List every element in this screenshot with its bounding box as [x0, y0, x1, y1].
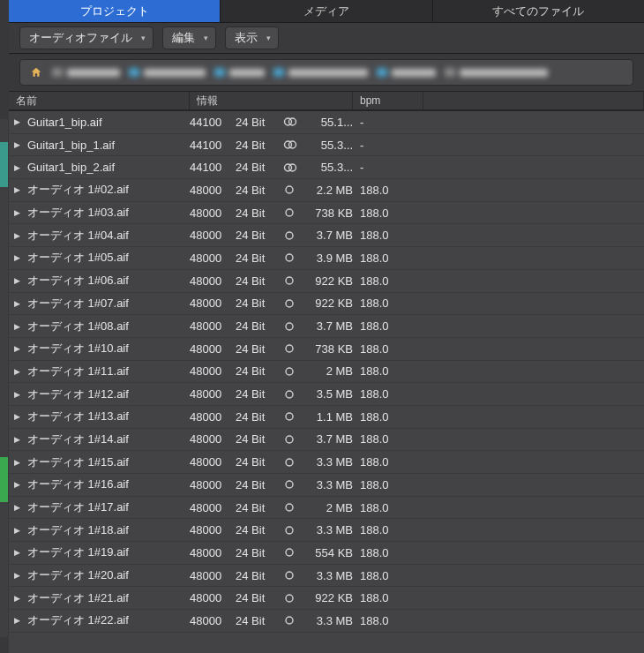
file-bpm: 188.0: [353, 342, 423, 356]
svg-point-5: [289, 164, 296, 171]
svg-point-3: [289, 141, 296, 148]
disclosure-icon[interactable]: ▶: [14, 594, 20, 603]
svg-point-12: [286, 323, 293, 330]
sample-rate: 48000: [190, 546, 230, 559]
file-row[interactable]: ▶オーディオ 1#21.aif4800024 Bit922 KB188.0: [9, 587, 644, 610]
file-info: 4410024 Bit55.3...: [190, 139, 353, 152]
disclosure-icon[interactable]: ▶: [14, 299, 20, 308]
disclosure-icon[interactable]: ▶: [14, 367, 20, 376]
channel-icon: [283, 207, 299, 218]
svg-point-19: [286, 481, 293, 488]
file-row[interactable]: ▶Guitar1_bip.aif4410024 Bit55.1...-: [9, 111, 644, 134]
edit-dropdown[interactable]: 編集 ▾: [162, 26, 216, 49]
file-bpm: 188.0: [353, 387, 423, 401]
file-name: オーディオ 1#16.aif: [27, 477, 129, 492]
file-bpm: 188.0: [353, 410, 423, 424]
file-row[interactable]: ▶オーディオ 1#11.aif4800024 Bit2 MB188.0: [9, 361, 644, 384]
path-crumb[interactable]: [129, 68, 206, 77]
file-row[interactable]: ▶オーディオ 1#06.aif4800024 Bit922 KB188.0: [9, 270, 644, 293]
file-row[interactable]: ▶オーディオ 1#22.aif4800024 Bit3.3 MB188.0: [9, 610, 644, 633]
file-name: オーディオ 1#07.aif: [27, 296, 129, 311]
home-icon[interactable]: [29, 65, 43, 79]
disclosure-icon[interactable]: ▶: [14, 480, 20, 489]
path-crumb[interactable]: [52, 68, 120, 77]
bit-depth: 24 Bit: [236, 342, 278, 356]
tab-project[interactable]: プロジェクト: [9, 0, 221, 22]
header-bpm[interactable]: bpm: [353, 92, 423, 109]
channel-icon: [283, 502, 299, 513]
file-row[interactable]: ▶オーディオ 1#20.aif4800024 Bit3.3 MB188.0: [9, 565, 644, 588]
disclosure-icon[interactable]: ▶: [14, 548, 20, 557]
sample-rate: 48000: [190, 184, 230, 197]
disclosure-icon[interactable]: ▶: [14, 117, 20, 126]
file-row[interactable]: ▶オーディオ 1#04.aif4800024 Bit3.7 MB188.0: [9, 224, 644, 247]
disclosure-icon[interactable]: ▶: [14, 344, 20, 353]
file-row[interactable]: ▶オーディオ 1#08.aif4800024 Bit3.7 MB188.0: [9, 315, 644, 338]
header-info[interactable]: 情報: [190, 92, 353, 109]
channel-icon: [283, 252, 299, 263]
disclosure-icon[interactable]: ▶: [14, 140, 20, 149]
disclosure-icon[interactable]: ▶: [14, 458, 20, 467]
file-row[interactable]: ▶オーディオ 1#02.aif4800024 Bit2.2 MB188.0: [9, 179, 644, 202]
disclosure-icon[interactable]: ▶: [14, 163, 20, 172]
file-row[interactable]: ▶オーディオ 1#10.aif4800024 Bit738 KB188.0: [9, 338, 644, 361]
file-bpm: 188.0: [353, 523, 423, 537]
file-row[interactable]: ▶オーディオ 1#17.aif4800024 Bit2 MB188.0: [9, 497, 644, 520]
disclosure-icon[interactable]: ▶: [14, 390, 20, 399]
file-row[interactable]: ▶オーディオ 1#03.aif4800024 Bit738 KB188.0: [9, 202, 644, 225]
disclosure-icon[interactable]: ▶: [14, 276, 20, 285]
mode-dropdown[interactable]: オーディオファイル ▾: [19, 26, 154, 49]
file-row[interactable]: ▶オーディオ 1#14.aif4800024 Bit3.7 MB188.0: [9, 429, 644, 452]
disclosure-icon[interactable]: ▶: [14, 616, 20, 625]
path-crumb[interactable]: [445, 68, 548, 77]
file-size: 922 KB: [304, 296, 353, 310]
file-row[interactable]: ▶Guitar1_bip_2.aif4410024 Bit55.3...-: [9, 156, 644, 179]
file-info: 4800024 Bit3.9 MB: [190, 251, 353, 265]
file-info: 4800024 Bit3.3 MB: [190, 569, 353, 582]
bit-depth: 24 Bit: [236, 432, 278, 446]
file-info: 4800024 Bit1.1 MB: [190, 410, 353, 424]
bit-depth: 24 Bit: [236, 478, 278, 492]
tab-media[interactable]: メディア: [221, 0, 432, 22]
file-row[interactable]: ▶オーディオ 1#19.aif4800024 Bit554 KB188.0: [9, 542, 644, 565]
bit-depth: 24 Bit: [236, 116, 278, 129]
path-bar[interactable]: [19, 59, 633, 86]
path-crumb[interactable]: [377, 68, 436, 77]
bit-depth: 24 Bit: [236, 161, 278, 174]
file-row[interactable]: ▶オーディオ 1#05.aif4800024 Bit3.9 MB188.0: [9, 247, 644, 270]
view-dropdown[interactable]: 表示 ▾: [225, 26, 279, 49]
file-bpm: 188.0: [353, 432, 423, 446]
file-row[interactable]: ▶オーディオ 1#13.aif4800024 Bit1.1 MB188.0: [9, 406, 644, 429]
disclosure-icon[interactable]: ▶: [14, 253, 20, 262]
header-name[interactable]: 名前: [9, 92, 190, 109]
channel-icon: [283, 184, 299, 195]
file-row[interactable]: ▶オーディオ 1#12.aif4800024 Bit3.5 MB188.0: [9, 383, 644, 406]
disclosure-icon[interactable]: ▶: [14, 526, 20, 535]
path-crumb[interactable]: [273, 68, 368, 77]
disclosure-icon[interactable]: ▶: [14, 322, 20, 331]
channel-icon: [283, 570, 299, 581]
file-size: 922 KB: [304, 591, 353, 604]
file-row[interactable]: ▶Guitar1_bip_1.aif4410024 Bit55.3...-: [9, 134, 644, 157]
disclosure-icon[interactable]: ▶: [14, 208, 20, 217]
tab-all-files[interactable]: すべてのファイル: [433, 0, 644, 22]
disclosure-icon[interactable]: ▶: [14, 412, 20, 421]
path-crumb[interactable]: [214, 68, 265, 77]
file-row[interactable]: ▶オーディオ 1#16.aif4800024 Bit3.3 MB188.0: [9, 474, 644, 497]
disclosure-icon[interactable]: ▶: [14, 231, 20, 240]
file-bpm: 188.0: [353, 501, 423, 514]
disclosure-icon[interactable]: ▶: [14, 571, 20, 580]
file-row[interactable]: ▶オーディオ 1#15.aif4800024 Bit3.3 MB188.0: [9, 451, 644, 474]
disclosure-icon[interactable]: ▶: [14, 503, 20, 512]
sample-rate: 44100: [190, 116, 230, 129]
disclosure-icon[interactable]: ▶: [14, 435, 20, 444]
file-size: 3.7 MB: [304, 432, 353, 446]
file-name: オーディオ 1#20.aif: [27, 567, 129, 583]
file-list[interactable]: ▶Guitar1_bip.aif4410024 Bit55.1...-▶Guit…: [9, 110, 644, 653]
sample-rate: 48000: [190, 387, 230, 401]
file-name: Guitar1_bip.aif: [27, 116, 102, 129]
svg-point-17: [286, 436, 293, 443]
disclosure-icon[interactable]: ▶: [14, 185, 20, 194]
file-row[interactable]: ▶オーディオ 1#18.aif4800024 Bit3.3 MB188.0: [9, 519, 644, 542]
file-row[interactable]: ▶オーディオ 1#07.aif4800024 Bit922 KB188.0: [9, 293, 644, 316]
